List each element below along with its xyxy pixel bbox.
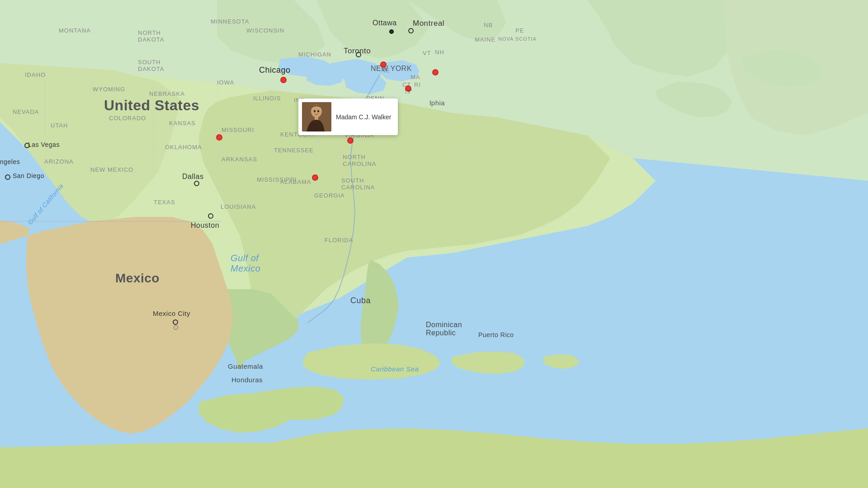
marker-south-carolina[interactable] [312, 174, 318, 181]
tooltip-image [302, 102, 331, 131]
marker-oklahoma[interactable] [216, 134, 222, 141]
tooltip-popup[interactable]: Madam C.J. Walker [298, 99, 398, 135]
cursor-indicator: ☞ [405, 86, 413, 97]
marker-dallas[interactable] [194, 181, 199, 186]
svg-point-29 [314, 110, 316, 113]
marker-montreal[interactable] [408, 28, 414, 33]
tooltip-name-label: Madam C.J. Walker [336, 113, 391, 121]
marker-mexico-city[interactable] [173, 319, 178, 325]
marker-boston[interactable] [432, 69, 439, 75]
svg-point-30 [317, 110, 319, 113]
map-container: United States Mexico COLORADO WYOMING MO… [0, 0, 868, 488]
marker-houston[interactable] [208, 213, 213, 219]
marker-toronto[interactable] [356, 52, 361, 57]
marker-virginia[interactable] [347, 137, 354, 144]
marker-mexico-city-ring [174, 325, 178, 330]
marker-las-vegas[interactable] [24, 143, 30, 148]
svg-rect-28 [315, 117, 318, 120]
marker-san-diego[interactable] [5, 174, 10, 180]
marker-new-york[interactable] [380, 61, 387, 68]
marker-chicago[interactable] [280, 77, 287, 83]
marker-ottawa[interactable] [389, 29, 394, 34]
